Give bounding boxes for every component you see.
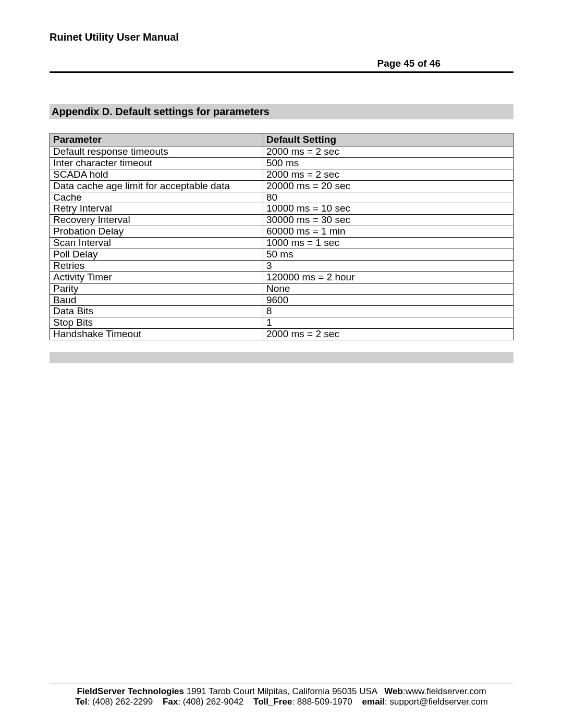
cell-default-setting: 3: [263, 260, 513, 272]
table-row: Retries3: [50, 260, 513, 272]
cell-parameter: Default response timeouts: [50, 146, 263, 158]
footer-fax-label: Fax: [163, 697, 178, 707]
cell-parameter: Data Bits: [50, 306, 263, 317]
footer-email-value: : support@fieldserver.com: [385, 697, 488, 707]
cell-parameter: Baud: [50, 294, 263, 306]
cell-parameter: Inter character timeout: [50, 157, 263, 169]
cell-parameter: Retries: [50, 260, 263, 272]
cell-default-setting: None: [263, 283, 513, 294]
document-title: Ruinet Utility User Manual: [50, 31, 513, 43]
page: Ruinet Utility User Manual Page 45 of 46…: [0, 0, 563, 728]
cell-default-setting: 2000 ms = 2 sec: [263, 146, 513, 158]
table-row: Retry Interval10000 ms = 10 sec: [50, 203, 513, 215]
table-row: SCADA hold2000 ms = 2 sec: [50, 169, 513, 180]
cell-default-setting: 9600: [263, 294, 513, 306]
table-row: Default response timeouts2000 ms = 2 sec: [50, 146, 513, 158]
cell-default-setting: 30000 ms = 30 sec: [263, 215, 513, 226]
cell-parameter: Data cache age limit for acceptable data: [50, 180, 263, 192]
cell-parameter: Handshake Timeout: [50, 329, 263, 340]
footer-tel-label: Tel: [75, 697, 87, 707]
header-rule: [50, 71, 513, 73]
cell-parameter: Stop Bits: [50, 317, 263, 329]
table-row: Data Bits8: [50, 306, 513, 317]
cell-default-setting: 2000 ms = 2 sec: [263, 329, 513, 340]
table-header-row: Parameter Default Setting: [50, 133, 513, 146]
footer-fax-value: : (408) 262-9042: [178, 697, 243, 707]
table-row: Data cache age limit for acceptable data…: [50, 180, 513, 192]
footer-line-2: Tel: (408) 262-2299 Fax: (408) 262-9042 …: [50, 697, 513, 707]
cell-default-setting: 8: [263, 306, 513, 317]
cell-default-setting: 50 ms: [263, 249, 513, 261]
table-row: Poll Delay50 ms: [50, 249, 513, 261]
cell-parameter: Parity: [50, 283, 263, 294]
footer-tel-value: : (408) 262-2299: [88, 697, 153, 707]
table-row: Probation Delay60000 ms = 1 min: [50, 226, 513, 238]
cell-parameter: Poll Delay: [50, 249, 263, 261]
col-header-parameter: Parameter: [50, 133, 263, 146]
col-header-default-setting: Default Setting: [263, 133, 513, 146]
footer-line-1: FieldServer Technologies 1991 Tarob Cour…: [50, 686, 513, 697]
table-row: Baud9600: [50, 294, 513, 306]
footer-web-label: Web: [384, 686, 403, 696]
footer-company: FieldServer Technologies: [77, 686, 184, 696]
footer-toll-label: Toll_Free: [253, 697, 292, 707]
cell-parameter: Activity Timer: [50, 272, 263, 283]
cell-parameter: SCADA hold: [50, 169, 263, 180]
cell-default-setting: 2000 ms = 2 sec: [263, 169, 513, 180]
cell-parameter: Probation Delay: [50, 226, 263, 238]
section-heading: Appendix D. Default settings for paramet…: [50, 104, 513, 119]
table-row: Cache80: [50, 192, 513, 203]
footer-rule: [50, 684, 513, 684]
parameters-table: Parameter Default Setting Default respon…: [50, 133, 513, 340]
cell-default-setting: 500 ms: [263, 157, 513, 169]
footer-email-label: email: [362, 697, 385, 707]
footer-toll-value: : 888-509-1970: [292, 697, 352, 707]
cell-default-setting: 80: [263, 192, 513, 203]
table-row: Inter character timeout500 ms: [50, 157, 513, 169]
empty-gray-bar: [50, 352, 513, 363]
table-row: Scan Interval1000 ms = 1 sec: [50, 238, 513, 249]
cell-default-setting: 20000 ms = 20 sec: [263, 180, 513, 192]
cell-parameter: Recovery Interval: [50, 215, 263, 226]
cell-parameter: Cache: [50, 192, 263, 203]
cell-default-setting: 1: [263, 317, 513, 329]
page-number: Page 45 of 46: [50, 58, 513, 69]
cell-default-setting: 120000 ms = 2 hour: [263, 272, 513, 283]
footer-address: 1991 Tarob Court Milpitas, California 95…: [187, 686, 377, 696]
cell-default-setting: 10000 ms = 10 sec: [263, 203, 513, 215]
table-row: Stop Bits1: [50, 317, 513, 329]
footer: FieldServer Technologies 1991 Tarob Cour…: [50, 684, 513, 707]
cell-default-setting: 60000 ms = 1 min: [263, 226, 513, 238]
table-row: Activity Timer120000 ms = 2 hour: [50, 272, 513, 283]
cell-parameter: Retry Interval: [50, 203, 263, 215]
spacer: [50, 122, 513, 133]
table-row: Handshake Timeout2000 ms = 2 sec: [50, 329, 513, 340]
table-row: ParityNone: [50, 283, 513, 294]
cell-default-setting: 1000 ms = 1 sec: [263, 238, 513, 249]
table-row: Recovery Interval30000 ms = 30 sec: [50, 215, 513, 226]
footer-web-value: www.fieldserver.com: [406, 686, 486, 696]
cell-parameter: Scan Interval: [50, 238, 263, 249]
